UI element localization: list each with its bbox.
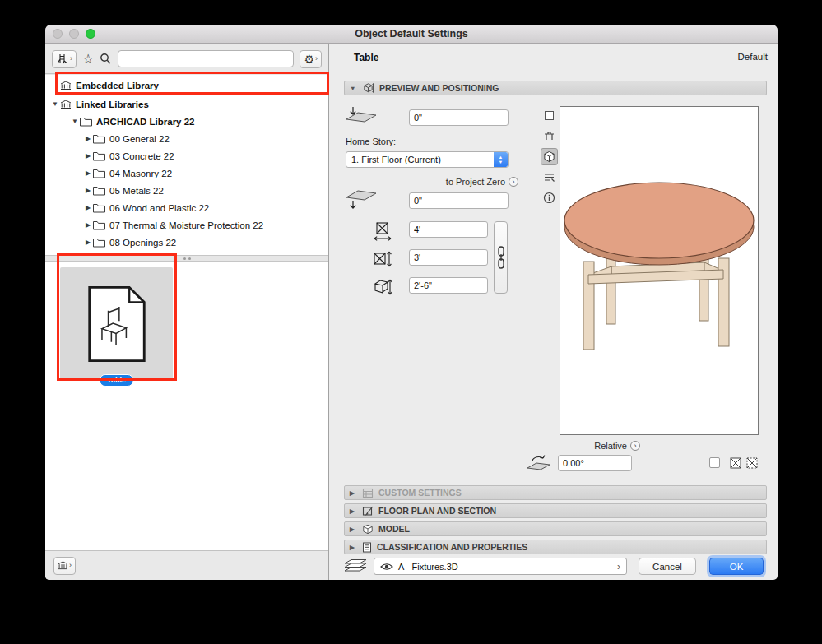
relative-label: Relative <box>594 441 627 451</box>
disclosure-triangle-icon[interactable]: ▼ <box>70 118 80 125</box>
info-icon[interactable] <box>541 189 558 206</box>
tree-item-label: Embedded Library <box>76 81 159 90</box>
floor-plan-icon <box>362 506 374 517</box>
cancel-button[interactable]: Cancel <box>639 558 696 575</box>
stepper-icon[interactable]: ▴▾ <box>494 152 508 167</box>
plan-view-icon[interactable] <box>541 107 558 124</box>
front-view-icon[interactable] <box>541 127 558 145</box>
depth-input[interactable] <box>409 249 488 266</box>
width-dimension-icon <box>372 221 393 241</box>
library-manager-button[interactable]: › <box>53 557 76 575</box>
search-icon[interactable] <box>100 53 112 65</box>
disclosure-triangle-icon[interactable]: ▶ <box>83 135 93 142</box>
library-item-table[interactable]: Table <box>60 267 173 380</box>
disclosure-triangle-icon[interactable]: ▶ <box>83 204 93 211</box>
relative-link[interactable]: Relative › <box>574 441 640 451</box>
object-file-chair-icon <box>86 285 148 364</box>
tree-item-folder[interactable]: ▶ 05 Metals 22 <box>45 182 328 199</box>
section-classification[interactable]: ▶ CLASSIFICATION AND PROPERTIES <box>344 540 767 554</box>
object-type-button[interactable]: › <box>52 50 77 68</box>
chain-link-button[interactable] <box>494 221 508 294</box>
tree-item-label: 03 Concrete 22 <box>109 151 174 161</box>
tree-item-folder[interactable]: ▶ 07 Thermal & Moisture Protection 22 <box>45 216 328 234</box>
to-project-zero-label: to Project Zero <box>446 177 505 187</box>
chevron-icon: › <box>70 55 72 63</box>
width-input[interactable] <box>409 221 488 238</box>
disclosure-triangle-icon: ▶ <box>350 489 357 497</box>
section-model[interactable]: ▶ MODEL <box>344 521 767 536</box>
object-title: Table <box>354 52 378 63</box>
settings-menu-button[interactable]: ⚙ › <box>300 50 322 68</box>
section-title: PREVIEW AND POSITIONING <box>379 83 499 93</box>
folder-icon <box>93 238 105 248</box>
favorites-star-icon[interactable]: ☆ <box>82 51 94 67</box>
disclosure-triangle-icon[interactable]: ▼ <box>50 100 60 108</box>
mirror-x-icon[interactable] <box>729 456 741 469</box>
to-project-zero-link[interactable]: to Project Zero › <box>387 177 518 187</box>
rotation-angle-input[interactable] <box>558 455 632 471</box>
mirror-checkbox[interactable] <box>709 457 720 468</box>
tree-item-label: 00 General 22 <box>109 134 170 144</box>
section-view-icon[interactable] <box>541 169 558 186</box>
classification-list-icon <box>362 542 372 553</box>
section-preview-positioning[interactable]: ▼ PREVIEW AND POSITIONING <box>344 81 767 95</box>
chevron-icon: › <box>617 561 620 572</box>
elevation-to-zero-input[interactable] <box>409 192 509 209</box>
tree-item-linked-libraries[interactable]: ▼ Linked Libraries <box>45 95 328 113</box>
layer-value: A - Fixtures.3D <box>398 562 458 572</box>
section-floor-plan[interactable]: ▶ FLOOR PLAN AND SECTION <box>344 503 767 518</box>
folder-icon <box>93 220 105 230</box>
minimize-button[interactable] <box>69 29 79 39</box>
layer-dropdown[interactable]: A - Fixtures.3D › <box>374 558 627 575</box>
title-bar[interactable]: Object Default Settings <box>45 25 778 44</box>
zoom-button[interactable] <box>86 29 95 39</box>
tree-item-folder[interactable]: ▶ 00 General 22 <box>45 130 328 147</box>
disclosure-triangle-icon[interactable]: ▶ <box>83 187 93 194</box>
library-building-icon <box>60 81 72 90</box>
window-title: Object Default Settings <box>355 28 468 39</box>
tree-item-label: 08 Openings 22 <box>109 238 176 248</box>
custom-settings-icon <box>362 488 374 498</box>
home-story-label: Home Story: <box>346 137 396 146</box>
section-custom-settings[interactable]: ▶ CUSTOM SETTINGS <box>344 485 767 500</box>
library-building-icon <box>58 561 68 570</box>
disclosure-triangle-icon[interactable]: ▶ <box>83 221 93 229</box>
tree-item-folder[interactable]: ▶ 03 Concrete 22 <box>45 147 328 164</box>
table-3d-render <box>560 107 758 434</box>
tree-item-folder[interactable]: ▶ 08 Openings 22 <box>45 234 328 251</box>
section-title: CLASSIFICATION AND PROPERTIES <box>377 542 527 552</box>
ok-button[interactable]: OK <box>709 558 764 575</box>
traffic-lights <box>53 29 95 39</box>
tree-item-archicad-library[interactable]: ▼ ARCHICAD Library 22 <box>45 113 328 130</box>
library-tree: Embedded Library ▼ Linked Libraries ▼ <box>45 75 328 255</box>
height-dimension-icon <box>372 277 393 297</box>
tree-item-folder[interactable]: ▶ 06 Wood and Plastic 22 <box>45 199 328 216</box>
height-input[interactable] <box>409 277 488 294</box>
search-input[interactable] <box>118 50 294 67</box>
gear-icon: ⚙ <box>304 53 314 66</box>
depth-dimension-icon <box>372 249 393 269</box>
tree-item-embedded-library[interactable]: Embedded Library <box>45 75 328 95</box>
tree-item-label: Linked Libraries <box>76 100 149 109</box>
disclosure-triangle-icon[interactable]: ▶ <box>83 169 93 177</box>
mirror-y-icon[interactable] <box>745 456 758 469</box>
elevation-to-story-input[interactable] <box>409 109 509 126</box>
screen: Object Default Settings › ☆ <box>0 0 822 644</box>
3d-view-icon[interactable] <box>541 148 558 165</box>
folder-icon <box>93 203 105 213</box>
tree-item-label: 07 Thermal & Moisture Protection 22 <box>109 220 263 230</box>
section-title: MODEL <box>378 524 410 534</box>
object-3d-preview[interactable] <box>560 106 759 435</box>
disclosure-triangle-icon[interactable]: ▶ <box>83 239 93 246</box>
library-bottom-bar: › <box>45 550 328 580</box>
settings-panel: Table Default ▼ PREVIEW AND POSITIONING <box>337 44 778 580</box>
folder-icon <box>93 151 105 161</box>
folder-icon <box>93 186 105 196</box>
close-button[interactable] <box>53 29 63 39</box>
home-story-dropdown[interactable]: 1. First Floor (Current) ▴▾ <box>346 151 509 168</box>
panel-splitter[interactable] <box>45 255 328 262</box>
tree-item-folder[interactable]: ▶ 04 Masonry 22 <box>45 164 328 182</box>
disclosure-triangle-icon[interactable]: ▶ <box>83 152 93 160</box>
tree-item-label: 05 Metals 22 <box>109 186 164 196</box>
chevron-icon: › <box>509 177 518 187</box>
